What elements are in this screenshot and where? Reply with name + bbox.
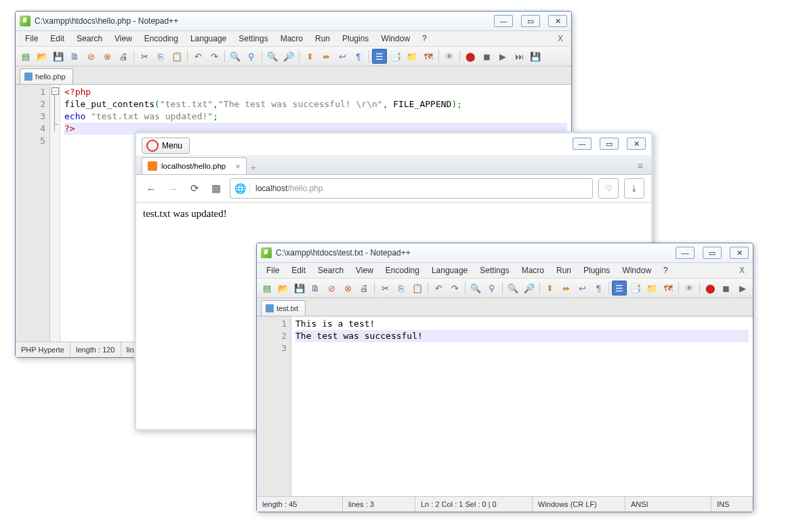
record-icon[interactable]: ⬤ — [703, 281, 718, 295]
stop-icon[interactable]: ◼ — [479, 49, 494, 64]
show-chars-icon[interactable]: ¶ — [592, 281, 606, 295]
save-icon[interactable]: 💾 — [292, 281, 307, 295]
indentguide-icon[interactable]: ☰ — [612, 281, 627, 295]
menu-plugins[interactable]: Plugins — [337, 33, 374, 45]
undo-icon[interactable]: ↶ — [190, 49, 205, 64]
toolbar[interactable]: ▤ 📂 💾 🗎 ⊘ ⊗ 🖨 ✂ ⎘ 📋 ↶ ↷ 🔍 ⚲ 🔍 🔎 ⬍ ⬌ ↩ ¶ … — [257, 279, 753, 298]
address-bar[interactable]: 🌐 localhost/hello.php — [230, 178, 593, 199]
nav-toolbar[interactable]: ← → ⟳ ▦ 🌐 localhost/hello.php ♡ ⭳ — [136, 175, 651, 203]
menubar[interactable]: File Edit Search View Encoding Language … — [257, 263, 753, 279]
minimize-button[interactable]: — — [494, 15, 513, 27]
menu-help[interactable]: ? — [417, 33, 432, 45]
menu-plugins[interactable]: Plugins — [578, 264, 615, 277]
tabbar[interactable]: hello.php — [16, 66, 571, 85]
menu-view[interactable]: View — [109, 33, 138, 45]
maximize-button[interactable]: ▭ — [521, 15, 540, 27]
save-icon[interactable]: 💾 — [51, 49, 66, 64]
menu-run[interactable]: Run — [310, 33, 335, 45]
wrap-icon[interactable]: ↩ — [575, 281, 590, 295]
menu-run[interactable]: Run — [551, 264, 577, 277]
folder-icon[interactable]: 📁 — [644, 281, 659, 295]
editor[interactable]: 123 This is a test! The test was success… — [257, 316, 753, 496]
reload-button[interactable]: ⟳ — [186, 180, 203, 197]
paste-icon[interactable]: 📋 — [410, 281, 425, 295]
close-button[interactable]: ✕ — [627, 138, 646, 150]
zoom-out-icon[interactable]: 🔎 — [522, 281, 537, 295]
new-tab-icon[interactable]: + — [251, 162, 256, 174]
close-file-icon[interactable]: ⊘ — [325, 281, 339, 295]
save-all-icon[interactable]: 🗎 — [308, 281, 323, 295]
playmulti-icon[interactable]: ⏭ — [512, 49, 526, 64]
docmap-icon[interactable]: 🗺 — [421, 49, 436, 64]
wrap-icon[interactable]: ↩ — [335, 49, 350, 64]
record-icon[interactable]: ⬤ — [463, 49, 478, 64]
new-icon[interactable]: ▤ — [260, 281, 274, 295]
menu-file[interactable]: File — [20, 33, 43, 45]
maximize-button[interactable]: ▭ — [703, 247, 722, 259]
menu-encoding[interactable]: Encoding — [380, 264, 425, 277]
opera-titlebar[interactable]: Menu — ▭ ✕ — [136, 134, 651, 155]
minimize-button[interactable]: — — [573, 138, 592, 150]
titlebar[interactable]: C:\xampp\htdocs\test.txt - Notepad++ — ▭… — [257, 243, 753, 263]
sync-h-icon[interactable]: ⬌ — [318, 49, 333, 64]
menu-language[interactable]: Language — [426, 264, 473, 277]
menubar-close-icon[interactable]: X — [735, 266, 749, 275]
indentguide-icon[interactable]: ☰ — [372, 49, 387, 64]
find-icon[interactable]: 🔍 — [228, 49, 243, 64]
menu-macro[interactable]: Macro — [516, 264, 550, 277]
site-info-icon[interactable]: 🌐 — [230, 183, 250, 194]
savemacro-icon[interactable]: 💾 — [528, 49, 543, 64]
forward-button[interactable]: → — [165, 180, 181, 197]
sync-h-icon[interactable]: ⬌ — [559, 281, 574, 295]
menu-help[interactable]: ? — [658, 264, 674, 277]
zoom-in-icon[interactable]: 🔍 — [505, 281, 520, 295]
save-all-icon[interactable]: 🗎 — [67, 49, 82, 64]
redo-icon[interactable]: ↷ — [447, 281, 462, 295]
opera-menu-button[interactable]: Menu — [142, 138, 190, 154]
menu-settings[interactable]: Settings — [474, 264, 514, 277]
menu-view[interactable]: View — [350, 264, 379, 277]
replace-icon[interactable]: ⚲ — [244, 49, 259, 64]
monitor-icon[interactable]: 👁 — [682, 281, 697, 295]
browser-tabbar[interactable]: localhost/hello.php × + ≡ — [136, 155, 651, 175]
back-button[interactable]: ← — [143, 180, 159, 197]
menubar[interactable]: File Edit Search View Encoding Language … — [16, 31, 571, 47]
menubar-close-icon[interactable]: X — [554, 34, 567, 43]
downloads-icon[interactable]: ⭳ — [624, 178, 644, 199]
menu-encoding[interactable]: Encoding — [139, 33, 184, 45]
funclist-icon[interactable]: 📑 — [628, 281, 643, 295]
cut-icon[interactable]: ✂ — [377, 281, 392, 295]
play-icon[interactable]: ▶ — [735, 281, 750, 295]
titlebar[interactable]: C:\xampp\htdocs\hello.php - Notepad++ — … — [16, 12, 571, 31]
sync-v-icon[interactable]: ⬍ — [302, 49, 317, 64]
menu-language[interactable]: Language — [185, 33, 232, 45]
docmap-icon[interactable]: 🗺 — [661, 281, 676, 295]
tab-close-icon[interactable]: × — [235, 161, 241, 171]
funclist-icon[interactable]: 📑 — [388, 49, 403, 64]
replace-icon[interactable]: ⚲ — [484, 281, 499, 295]
code-area[interactable]: This is a test! The test was successful! — [291, 316, 753, 496]
menu-edit[interactable]: Edit — [286, 264, 311, 277]
sync-v-icon[interactable]: ⬍ — [543, 281, 558, 295]
open-icon[interactable]: 📂 — [276, 281, 291, 295]
npp-window-test[interactable]: C:\xampp\htdocs\test.txt - Notepad++ — ▭… — [256, 243, 753, 512]
toolbar[interactable]: ▤ 📂 💾 🗎 ⊘ ⊗ 🖨 ✂ ⎘ 📋 ↶ ↷ 🔍 ⚲ 🔍 🔎 ⬍ ⬌ ↩ ¶ … — [16, 47, 571, 66]
menu-macro[interactable]: Macro — [275, 33, 308, 45]
print-icon[interactable]: 🖨 — [357, 281, 372, 295]
menu-file[interactable]: File — [261, 264, 285, 277]
find-icon[interactable]: 🔍 — [468, 281, 483, 295]
copy-icon[interactable]: ⎘ — [394, 281, 409, 295]
close-button[interactable]: ✕ — [730, 247, 749, 259]
file-tab-hello[interactable]: hello.php — [20, 68, 73, 84]
menu-window[interactable]: Window — [375, 33, 415, 45]
url-text[interactable]: localhost/hello.php — [250, 184, 592, 193]
cut-icon[interactable]: ✂ — [137, 49, 152, 64]
redo-icon[interactable]: ↷ — [207, 49, 222, 64]
close-file-icon[interactable]: ⊘ — [83, 49, 98, 64]
file-tab-test[interactable]: test.txt — [261, 300, 306, 316]
menu-edit[interactable]: Edit — [45, 33, 70, 45]
browser-tab[interactable]: localhost/hello.php × — [142, 157, 247, 174]
new-icon[interactable]: ▤ — [18, 49, 33, 64]
menu-search[interactable]: Search — [71, 33, 108, 45]
zoom-in-icon[interactable]: 🔍 — [265, 49, 280, 64]
